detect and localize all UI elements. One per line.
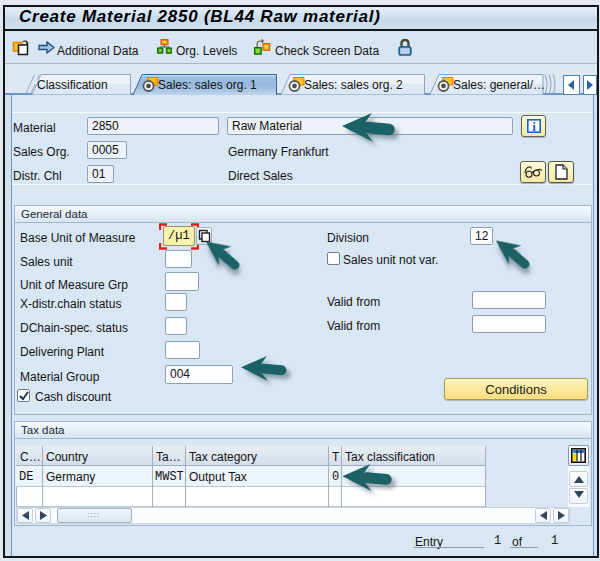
svg-text:i: i <box>532 119 536 133</box>
